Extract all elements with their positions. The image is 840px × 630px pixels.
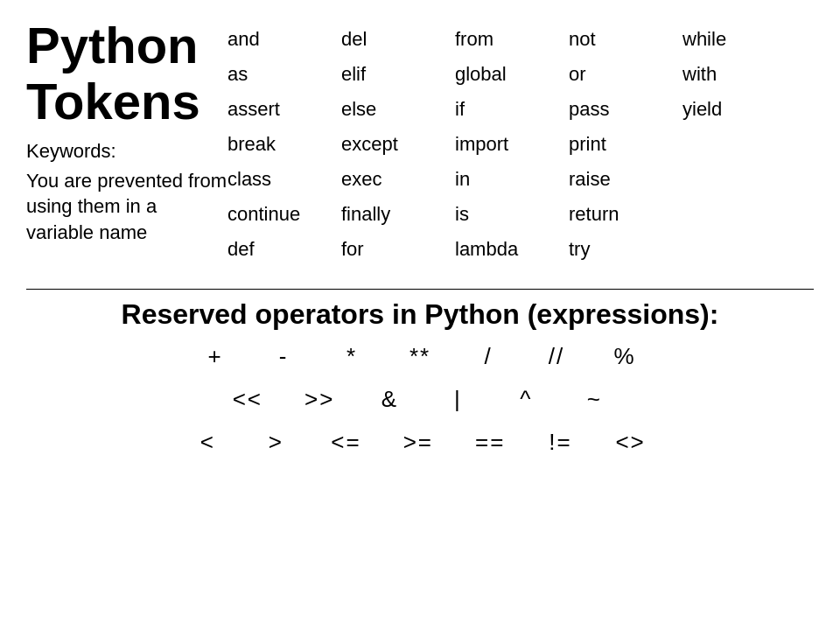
keyword-cell: and [228, 24, 341, 54]
keyword-cell: with [682, 60, 796, 89]
keyword-cell: global [455, 60, 569, 89]
keyword-cell: exec [341, 164, 455, 194]
reserved-section: Reserved operators in Python (expression… [26, 298, 814, 472]
page: Python Tokens Keywords: You are prevente… [0, 0, 840, 630]
operator: | [444, 386, 471, 413]
keyword-cell: as [228, 60, 341, 89]
operator: * [339, 343, 365, 370]
keyword-cell: else [341, 94, 455, 124]
keyword-cell: class [228, 164, 341, 194]
operator: % [612, 343, 638, 370]
divider [26, 289, 814, 290]
left-panel: Python Tokens Keywords: You are prevente… [26, 18, 228, 246]
keyword-cell: assert [228, 94, 341, 124]
operator: << [233, 386, 262, 413]
operator: // [543, 343, 570, 370]
keyword-cell: return [569, 200, 682, 229]
keyword-cell: def [228, 234, 341, 264]
operator: <= [331, 429, 360, 456]
operator: + [202, 343, 228, 370]
keyword-cell: del [341, 24, 455, 54]
keyword-cell [682, 130, 796, 159]
operator: / [475, 343, 501, 370]
keyword-cell: import [455, 130, 569, 159]
keyword-cell: finally [341, 200, 455, 229]
title-line1: Python [26, 17, 199, 74]
keyword-cell: while [682, 24, 796, 54]
operator: ^ [513, 386, 539, 413]
top-section: Python Tokens Keywords: You are prevente… [26, 18, 814, 270]
operator: ** [407, 343, 433, 370]
keywords-desc: You are prevented from using them in a v… [26, 168, 228, 246]
keywords-grid: anddelfromnotwhileaselifglobalorwithasse… [228, 18, 814, 270]
keyword-cell: yield [682, 94, 796, 124]
keyword-cell: continue [228, 200, 341, 229]
keyword-cell [682, 164, 796, 194]
keyword-cell: for [341, 234, 455, 264]
keyword-cell: elif [341, 60, 455, 89]
operators-row-0: +-***///% [26, 343, 814, 370]
keyword-cell: print [569, 130, 682, 159]
operator: != [547, 429, 573, 456]
keyword-cell: is [455, 200, 569, 229]
keyword-cell [682, 234, 796, 264]
keyword-cell: or [569, 60, 682, 89]
operator: >> [304, 386, 334, 413]
operator: < [194, 429, 220, 456]
operator: - [270, 343, 297, 370]
operator: > [262, 429, 289, 456]
keyword-cell [682, 200, 796, 229]
title-line2: Tokens [26, 73, 200, 130]
operator: ~ [581, 386, 607, 413]
operators-row-2: <><=>===!=<> [26, 429, 814, 456]
operators-row-1: <<>>&|^~ [26, 386, 814, 413]
keyword-cell: lambda [455, 234, 569, 264]
keyword-cell: except [341, 130, 455, 159]
keyword-cell: pass [569, 94, 682, 124]
keyword-cell: from [455, 24, 569, 54]
keywords-label: Keywords: [26, 140, 228, 163]
keyword-cell: raise [569, 164, 682, 194]
keyword-cell: in [455, 164, 569, 194]
keyword-cell: break [228, 130, 341, 159]
keyword-cell: not [569, 24, 682, 54]
operator: >= [403, 429, 433, 456]
operator: <> [615, 429, 645, 456]
page-title: Python Tokens [26, 18, 228, 130]
operator: == [475, 429, 505, 456]
keyword-cell: try [569, 234, 682, 264]
keyword-cell: if [455, 94, 569, 124]
operator: & [376, 386, 402, 413]
reserved-title: Reserved operators in Python (expression… [26, 298, 814, 331]
